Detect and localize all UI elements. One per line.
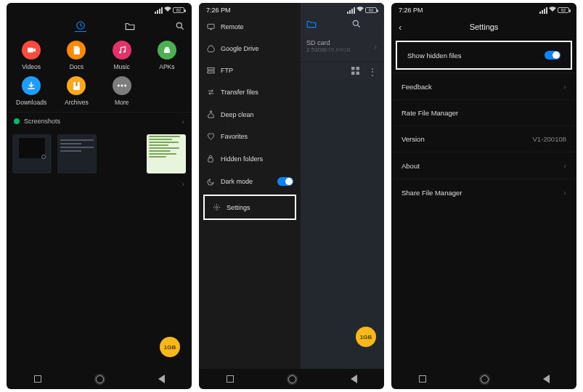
- drawer-item-remote[interactable]: Remote: [199, 16, 301, 38]
- search-icon[interactable]: [174, 20, 186, 32]
- drawer-item-favorites[interactable]: Favorites: [199, 126, 301, 147]
- svg-point-8: [118, 85, 120, 87]
- svg-rect-18: [356, 67, 359, 70]
- storage-badge[interactable]: 1GB: [160, 337, 180, 357]
- search-icon[interactable]: [351, 19, 362, 30]
- drawer-item-deep-clean[interactable]: Deep clean: [199, 103, 301, 126]
- category-label: Videos: [22, 63, 41, 70]
- storage-badge[interactable]: 1GB: [356, 327, 376, 347]
- svg-rect-20: [356, 72, 359, 75]
- ftp-icon: [206, 67, 215, 74]
- battery-icon: 82: [365, 7, 377, 13]
- screenshot-thumbnails: [7, 130, 192, 178]
- category-videos[interactable]: Videos: [9, 41, 53, 70]
- category-label: APKs: [159, 63, 174, 70]
- svg-point-3: [119, 52, 121, 54]
- drawer-item-settings[interactable]: Settings: [203, 195, 296, 220]
- battery-icon: 82: [173, 7, 184, 13]
- battery-icon: 82: [558, 7, 569, 13]
- nav-home-icon[interactable]: [96, 375, 104, 383]
- more-icon[interactable]: ⋮: [368, 69, 377, 75]
- navbar: [199, 369, 384, 389]
- thumbnail-2[interactable]: [57, 134, 97, 173]
- category-more[interactable]: More: [100, 76, 144, 106]
- drawer-item-label: FTP: [221, 67, 233, 74]
- settings-row-show-hidden-files[interactable]: Show hidden files: [396, 41, 572, 70]
- svg-point-15: [216, 206, 218, 208]
- nav-recents-icon[interactable]: [419, 375, 426, 383]
- svg-rect-11: [207, 24, 213, 28]
- category-docs[interactable]: Docs: [54, 41, 98, 70]
- svg-point-16: [353, 20, 358, 25]
- nav-recents-icon[interactable]: [227, 375, 234, 383]
- settings-row-rate-file-manager[interactable]: Rate File Manager: [391, 99, 576, 126]
- svg-rect-7: [76, 82, 77, 86]
- category-label: Archives: [65, 99, 89, 106]
- drawer-item-label: Google Drive: [221, 45, 259, 52]
- status-time: 7:26 PM: [399, 7, 428, 14]
- navbar: [7, 369, 192, 389]
- settings-row-about[interactable]: About›: [391, 152, 576, 179]
- gear-icon: [212, 203, 221, 211]
- category-archives[interactable]: Archives: [54, 76, 98, 106]
- category-downloads[interactable]: Downloads: [9, 76, 53, 106]
- chevron-right-icon[interactable]: ›: [182, 179, 184, 188]
- signal-icon: [539, 7, 547, 14]
- row-value: V1-200108: [533, 135, 566, 143]
- row-label: Feedback: [401, 83, 432, 91]
- category-label: More: [115, 99, 129, 106]
- section-dot-icon: [14, 118, 20, 124]
- category-apks[interactable]: APKs: [145, 41, 189, 70]
- toggle-switch-on[interactable]: [545, 51, 560, 60]
- svg-rect-14: [208, 158, 213, 163]
- tab-recent[interactable]: [75, 20, 86, 32]
- wifi-icon: [549, 7, 556, 14]
- chevron-right-icon: ›: [182, 117, 184, 126]
- camera-icon: [22, 41, 41, 60]
- phone-screen-1: 82 Videos Docs Music APKs Downloads Arch…: [7, 3, 192, 389]
- heart-icon: [206, 133, 215, 140]
- drawer: 7:26 PM Remote Google Drive FTP Transfer…: [199, 3, 301, 369]
- nav-back-icon[interactable]: [351, 375, 357, 383]
- svg-rect-17: [351, 67, 354, 70]
- category-music[interactable]: Music: [100, 41, 144, 70]
- drawer-item-transfer-files[interactable]: Transfer files: [199, 81, 301, 103]
- svg-point-10: [124, 85, 126, 87]
- section-header-screenshots[interactable]: Screenshots ›: [7, 112, 192, 130]
- settings-row-version[interactable]: VersionV1-200108: [391, 126, 576, 152]
- back-button[interactable]: ‹: [399, 22, 401, 33]
- tab-folder[interactable]: [306, 20, 317, 30]
- nav-home-icon[interactable]: [481, 375, 489, 383]
- storage-total: 15.89GB: [327, 46, 351, 53]
- drawer-item-ftp[interactable]: FTP: [199, 60, 301, 81]
- category-label: Music: [114, 63, 130, 70]
- svg-rect-5: [164, 49, 170, 54]
- row-label: Share File Manager: [401, 189, 462, 197]
- thumbnail-1[interactable]: [12, 134, 52, 173]
- doc-icon: [67, 41, 86, 60]
- tab-folder[interactable]: [124, 20, 136, 32]
- nav-recents-icon[interactable]: [34, 375, 41, 383]
- settings-row-share-file-manager[interactable]: Share File Manager›: [391, 179, 576, 205]
- chevron-right-icon: ›: [374, 42, 377, 51]
- signal-icon: [155, 7, 163, 14]
- toggle-switch-on[interactable]: [277, 177, 293, 186]
- nav-back-icon[interactable]: [543, 375, 550, 383]
- row-label: Version: [401, 135, 425, 143]
- drawer-item-label: Favorites: [221, 133, 248, 140]
- drawer-item-dark-mode[interactable]: Dark mode: [199, 170, 301, 193]
- signal-icon: [347, 7, 355, 14]
- drawer-item-hidden-folders[interactable]: Hidden folders: [199, 147, 301, 170]
- settings-row-feedback[interactable]: Feedback›: [391, 73, 576, 99]
- status-time: 7:26 PM: [206, 7, 235, 14]
- settings-header: ‹ Settings: [391, 16, 576, 38]
- grid-view-icon[interactable]: [351, 67, 359, 76]
- thumbnail-3[interactable]: [147, 134, 186, 173]
- drawer-item-google-drive[interactable]: Google Drive: [199, 38, 301, 60]
- drawer-item-label: Settings: [227, 204, 250, 211]
- nav-home-icon[interactable]: [288, 375, 296, 383]
- nav-back-icon[interactable]: [158, 375, 165, 383]
- storage-title: SD card: [306, 39, 351, 46]
- storage-row[interactable]: SD card 2.53GB/15.89GB ›: [301, 30, 384, 62]
- phone-screen-3: 7:26 PM 82 ‹ Settings Show hidden filesF…: [391, 3, 576, 389]
